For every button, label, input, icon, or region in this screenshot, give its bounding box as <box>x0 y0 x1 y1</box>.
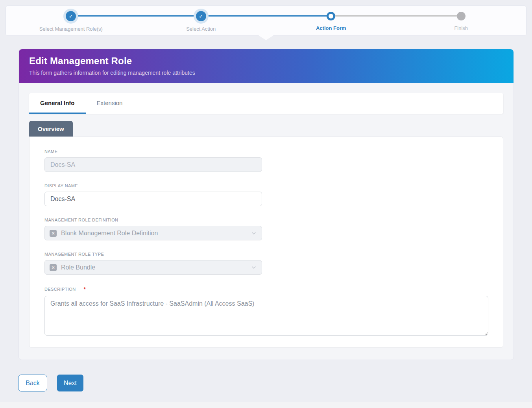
check-circle-icon: ✓ <box>66 11 76 21</box>
tab-extension[interactable]: Extension <box>86 93 134 114</box>
back-button[interactable]: Back <box>18 375 47 391</box>
step-select-management-roles[interactable]: ✓ Select Management Role(s) <box>6 6 136 35</box>
field-name: NAME <box>44 149 486 172</box>
tag-remove-x-icon: ✕ <box>50 230 57 237</box>
field-description: DESCRIPTION* Grants all access for SaaS … <box>44 286 486 337</box>
required-asterisk: * <box>84 286 86 292</box>
pending-dot-icon <box>457 12 466 20</box>
card-body: General Info Extension Overview NAME DIS… <box>19 83 514 360</box>
step-action-form[interactable]: Action Form <box>266 6 396 35</box>
role-definition-select: ✕ Blank Management Role Definition <box>44 226 262 240</box>
card-gradient-header: Edit Management Role This form gathers i… <box>19 49 514 83</box>
wizard-actions: Back Next <box>18 375 532 391</box>
check-circle-icon: ✓ <box>196 11 206 21</box>
display-name-label: DISPLAY NAME <box>44 183 486 188</box>
tab-general-info[interactable]: General Info <box>29 93 86 114</box>
overview-panel: NAME DISPLAY NAME MANAGEMENT ROLE DEFINI… <box>29 137 503 348</box>
page-subtitle: This form gathers information for editin… <box>29 70 503 76</box>
step-label: Finish <box>454 25 468 31</box>
name-label: NAME <box>44 149 486 154</box>
step-label: Action Form <box>316 25 346 31</box>
description-textarea[interactable]: Grants all access for SaaS Infrastructur… <box>44 296 488 336</box>
description-label-text: DESCRIPTION <box>44 287 76 292</box>
role-definition-label: MANAGEMENT ROLE DEFINITION <box>44 218 486 222</box>
step-finish[interactable]: Finish <box>396 6 526 35</box>
role-type-value: Role Bundle <box>61 264 95 271</box>
page-title: Edit Management Role <box>29 55 503 66</box>
description-label: DESCRIPTION* <box>44 286 486 292</box>
name-input <box>44 157 262 172</box>
field-role-definition: MANAGEMENT ROLE DEFINITION ✕ Blank Manag… <box>44 218 486 240</box>
step-label: Select Management Role(s) <box>39 26 103 32</box>
role-definition-value: Blank Management Role Definition <box>61 230 158 237</box>
edit-management-role-card: Edit Management Role This form gathers i… <box>18 49 514 360</box>
tabs-bar: General Info Extension <box>29 93 503 114</box>
section-badge-overview: Overview <box>29 121 73 137</box>
wizard-stepper: ✓ Select Management Role(s) ✓ Select Act… <box>6 6 526 36</box>
chevron-down-icon <box>251 264 257 271</box>
chevron-down-icon <box>251 230 257 236</box>
display-name-input[interactable] <box>44 192 262 206</box>
stepper-caret <box>259 35 273 40</box>
next-button[interactable]: Next <box>57 375 83 391</box>
footer-strip <box>0 402 532 408</box>
field-display-name: DISPLAY NAME <box>44 183 486 206</box>
field-role-type: MANAGEMENT ROLE TYPE ✕ Role Bundle <box>44 252 486 275</box>
role-type-select: ✕ Role Bundle <box>44 260 262 275</box>
active-ring-icon <box>327 12 335 20</box>
tag-remove-x-icon: ✕ <box>50 264 57 271</box>
step-select-action[interactable]: ✓ Select Action <box>136 6 266 35</box>
step-label: Select Action <box>186 26 216 32</box>
role-type-label: MANAGEMENT ROLE TYPE <box>44 252 486 257</box>
